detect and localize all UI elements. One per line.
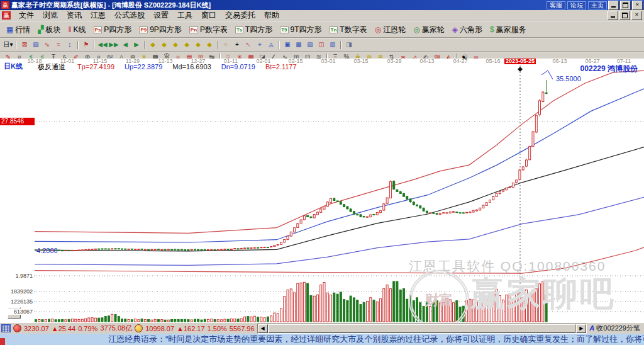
- date-tick: 04-27: [453, 59, 467, 64]
- quote-grid-icon[interactable]: [1, 324, 11, 332]
- date-tick: 11-15: [93, 59, 107, 64]
- restore-button[interactable]: [620, 1, 631, 10]
- date-tick: 07-11: [617, 59, 631, 64]
- target-tool-icon[interactable]: ⌖: [254, 40, 265, 49]
- t9-square-button[interactable]: T99T四方形: [276, 23, 325, 36]
- wave2-chart-icon[interactable]: ≈: [53, 40, 64, 49]
- menu-settings[interactable]: 设置: [149, 10, 173, 21]
- hand-tool-icon[interactable]: ☜: [220, 40, 231, 49]
- scale-toggle-icon[interactable]: ↨: [64, 40, 75, 49]
- shanghai-index-pct: 0.79%: [78, 325, 97, 332]
- forum-link[interactable]: 论坛: [567, 1, 586, 9]
- calculator-icon[interactable]: ▦: [293, 40, 304, 49]
- menu-news[interactable]: 资讯: [62, 10, 86, 21]
- last-bar-icon[interactable]: ▶▶: [108, 40, 119, 49]
- winner-service-button-label: 赢家服务: [496, 25, 526, 35]
- gann-wheel-icon: ◎: [375, 25, 381, 34]
- menu-browse[interactable]: 浏览: [38, 10, 62, 21]
- shenzhen-index-value: 10998.07: [145, 325, 174, 332]
- watermark-brand: 赢家聊吧: [470, 271, 616, 317]
- diamond-tool-icon[interactable]: ◆: [170, 40, 181, 49]
- scrollbar-thumb[interactable]: [269, 324, 576, 333]
- hexagon-button[interactable]: ◈六角形: [448, 23, 486, 36]
- winner-wheel-button[interactable]: ◎赢家轮: [409, 23, 448, 36]
- notes-icon[interactable]: ▤: [304, 40, 316, 49]
- scroll-right-arrow[interactable]: ▶: [576, 324, 586, 333]
- period-day-dropdown[interactable]: 日▾: [3, 40, 14, 49]
- t-table-button[interactable]: TnT数字表: [326, 23, 371, 36]
- menu-tools[interactable]: 工具: [173, 10, 197, 21]
- window-layout-icon[interactable]: ⊠: [19, 40, 30, 49]
- homepage-link[interactable]: 主页: [588, 1, 607, 9]
- print-icon[interactable]: ▥: [327, 40, 338, 49]
- p-table-button[interactable]: PnP数字表: [186, 23, 231, 36]
- close-button[interactable]: ×: [632, 1, 643, 10]
- corner-indicator: [0, 338, 5, 345]
- menu-file[interactable]: 文件: [14, 10, 38, 21]
- first-bar-icon[interactable]: ◀◀: [97, 40, 108, 49]
- t-table-icon: Tn: [330, 26, 338, 33]
- wave-chart-icon[interactable]: ∿: [42, 40, 53, 49]
- child-close-button[interactable]: ×: [631, 11, 642, 20]
- tick-data-label[interactable]: A收002229分笔: [589, 324, 643, 333]
- title-bar: 赢 赢家老子时空周期系统[纵横版] - [鸿博股份 SZ002229-184日K…: [0, 0, 644, 10]
- diamond-tool-icon[interactable]: ◆: [192, 40, 204, 49]
- next-bar-icon[interactable]: ▶: [131, 40, 142, 49]
- flag-mark-icon[interactable]: ⚑: [80, 40, 92, 49]
- kline-button-label: K线: [74, 25, 86, 35]
- menu-formula-picker[interactable]: 公式选股: [110, 10, 149, 21]
- grid-window-icon[interactable]: ▣: [282, 40, 293, 49]
- date-tick: 03-29: [387, 59, 401, 64]
- info-panel-icon[interactable]: ▤: [30, 40, 42, 49]
- window-title: 赢家老子时空周期系统[纵横版] - [鸿博股份 SZ002229-184日K线]: [11, 1, 545, 10]
- sectors-button[interactable]: ▞板块: [34, 23, 64, 36]
- axis-value-label: 1.9871: [1, 273, 33, 279]
- price-point-label: 35.5000: [556, 75, 581, 82]
- desktop-icon[interactable]: ◨: [343, 40, 355, 49]
- diamond-tool-icon[interactable]: ◆: [204, 40, 215, 49]
- t9-square-icon: T9: [280, 26, 288, 33]
- horizontal-scrollbar[interactable]: ◀ ▶: [257, 324, 587, 334]
- p9-square-button[interactable]: P99P四方形: [135, 23, 185, 36]
- t9-square-button-label: 9T四方形: [291, 25, 322, 35]
- diamond-tool-icon[interactable]: ◆: [158, 40, 170, 49]
- quote-ticker: 江恩经典语录：“时间是决定市场走势的重要因素，经过详细研究大市及个别股票的过往记…: [0, 334, 644, 345]
- diamond-tool-icon[interactable]: ◆: [147, 40, 158, 49]
- gann-wheel-button[interactable]: ◎江恩轮: [371, 23, 409, 36]
- p-square-icon: Ps: [94, 26, 103, 33]
- t-table-button-label: T数字表: [340, 25, 367, 35]
- diamond-tool-icon[interactable]: ◆: [181, 40, 192, 49]
- save-icon[interactable]: ◫: [316, 40, 327, 49]
- winner-wheel-icon: ◎: [413, 25, 419, 34]
- menu-gann[interactable]: 江恩: [86, 10, 110, 21]
- scroll-left-arrow[interactable]: ◀: [258, 324, 268, 333]
- p-square-button[interactable]: PsP四方形: [90, 23, 136, 36]
- price-tag: 27.8546: [0, 118, 35, 125]
- date-tick: 03-15: [353, 59, 368, 64]
- child-restore-button[interactable]: [619, 11, 630, 20]
- shenzhen-index-amount: 5567.96: [230, 325, 255, 332]
- menu-trade-entrust[interactable]: 交易委托: [221, 10, 260, 21]
- winner-service-button[interactable]: $赢家服务: [486, 23, 530, 36]
- kline-button[interactable]: ‖K线: [65, 23, 90, 36]
- crosshair-tool-icon[interactable]: +: [231, 40, 243, 49]
- winner-wheel-button-label: 赢家轮: [422, 25, 445, 35]
- p-table-icon: Pn: [189, 26, 198, 33]
- customer-service-link[interactable]: 客服: [547, 1, 565, 9]
- quotes-button[interactable]: ▦行情: [3, 23, 34, 36]
- navigation-toolbar: 日▾⊠▤∿≈↨⚑◀◀▶▶◀▶◆◆◆◆◆◆☜+↖⌖◬▣▦▤◫▥◨: [0, 38, 644, 52]
- menu-help[interactable]: 帮助: [260, 10, 284, 21]
- t-square-button[interactable]: TsT四方形: [231, 23, 276, 36]
- child-minimize-button[interactable]: [608, 11, 618, 20]
- pointer-tool-icon[interactable]: ↖: [243, 40, 254, 49]
- minimize-button[interactable]: [608, 1, 619, 10]
- a-icon: A: [589, 324, 594, 332]
- measure-tool-icon[interactable]: ◬: [265, 40, 277, 49]
- axis-value-label: 613067: [1, 308, 33, 315]
- menu-window[interactable]: 窗口: [197, 10, 221, 21]
- date-tick: 02-01: [256, 59, 270, 64]
- menu-items: 文件浏览资讯江恩公式选股设置工具窗口交易委托帮助: [14, 10, 284, 21]
- prev-bar-icon[interactable]: ◀: [119, 40, 131, 49]
- quotes-button-label: 行情: [15, 25, 30, 35]
- hexagon-button-label: 六角形: [460, 25, 482, 35]
